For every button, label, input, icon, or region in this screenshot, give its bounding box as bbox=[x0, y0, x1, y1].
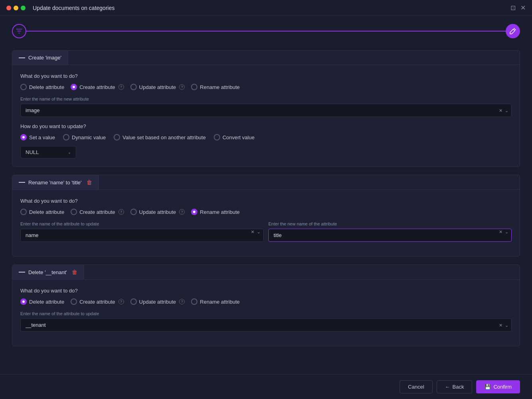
section-title: Delete '__tenant' bbox=[28, 269, 67, 275]
radio-label: Update attribute bbox=[139, 299, 176, 305]
cancel-label: Cancel bbox=[408, 384, 424, 390]
input-wrapper: ✕ ⌄ bbox=[20, 104, 512, 117]
attribute-name-input[interactable] bbox=[20, 104, 512, 117]
radio-label: Delete attribute bbox=[29, 84, 64, 90]
radio-rename-attribute[interactable]: Rename attribute bbox=[191, 209, 240, 215]
caret-icon[interactable]: ⌄ bbox=[505, 229, 508, 234]
help-icon[interactable]: ? bbox=[118, 299, 124, 304]
back-button[interactable]: ← Back bbox=[437, 380, 473, 393]
radio-rename-attribute[interactable]: Rename attribute bbox=[191, 84, 240, 90]
field-label-new: Enter the new name of the attribute bbox=[268, 221, 512, 226]
radio-label: Create attribute bbox=[79, 209, 115, 215]
attribute-old-name-input[interactable] bbox=[20, 229, 264, 242]
back-label: Back bbox=[453, 384, 464, 390]
radio-circle bbox=[71, 209, 77, 215]
collapse-bar bbox=[19, 182, 25, 183]
clear-icon[interactable]: ✕ bbox=[499, 108, 502, 113]
radio-update-attribute[interactable]: Update attribute ? bbox=[130, 298, 185, 305]
section-header-tab: Create 'image' bbox=[12, 51, 68, 65]
help-icon[interactable]: ? bbox=[118, 209, 124, 215]
cancel-button[interactable]: Cancel bbox=[400, 380, 432, 393]
dropdown-caret-icon: ⌄ bbox=[68, 150, 71, 154]
radio-create-attribute[interactable]: Create attribute ? bbox=[71, 209, 124, 215]
section-delete-tenant: Delete '__tenant' 🗑 What do you want to … bbox=[12, 265, 520, 346]
radio-circle bbox=[130, 298, 137, 305]
radio-label: Value set based on another attribute bbox=[122, 134, 206, 140]
radio-value-based[interactable]: Value set based on another attribute bbox=[114, 134, 206, 140]
update-radio-group: Set a value Dynamic value Value set base… bbox=[20, 134, 512, 140]
section-title: Rename 'name' to 'title' bbox=[28, 180, 82, 186]
radio-circle-active bbox=[20, 298, 27, 305]
radio-circle bbox=[63, 134, 69, 140]
radio-create-attribute[interactable]: Create attribute ? bbox=[71, 84, 124, 90]
step-1-filter[interactable] bbox=[12, 24, 26, 38]
radio-rename-attribute[interactable]: Rename attribute bbox=[191, 298, 240, 305]
radio-circle bbox=[214, 134, 220, 140]
radio-convert-value[interactable]: Convert value bbox=[214, 134, 254, 140]
title-bar-right: ⊡ ✕ bbox=[510, 4, 526, 12]
caret-icon[interactable]: ⌄ bbox=[505, 108, 508, 113]
progress-bar bbox=[0, 16, 532, 46]
radio-create-attribute[interactable]: Create attribute ? bbox=[71, 298, 124, 305]
radio-circle bbox=[71, 298, 77, 305]
field-label: Enter the name of the attribute to updat… bbox=[20, 221, 264, 226]
caret-icon[interactable]: ⌄ bbox=[505, 322, 508, 328]
help-icon[interactable]: ? bbox=[179, 209, 185, 215]
question-label: What do you want to do? bbox=[20, 198, 512, 204]
clear-icon[interactable]: ✕ bbox=[499, 229, 502, 234]
radio-delete-attribute[interactable]: Delete attribute bbox=[20, 209, 64, 215]
radio-label: Rename attribute bbox=[200, 299, 240, 305]
radio-delete-attribute[interactable]: Delete attribute bbox=[20, 298, 64, 305]
section-header-tab: Rename 'name' to 'title' 🗑 bbox=[12, 175, 99, 190]
delete-section-icon[interactable]: 🗑 bbox=[87, 179, 92, 186]
attribute-name-input[interactable] bbox=[20, 318, 512, 332]
radio-dynamic-value[interactable]: Dynamic value bbox=[63, 134, 106, 140]
clear-icon[interactable]: ✕ bbox=[499, 322, 502, 328]
radio-label: Create attribute bbox=[79, 299, 115, 305]
step-2-edit[interactable] bbox=[506, 24, 520, 38]
minimize-button[interactable] bbox=[14, 6, 18, 10]
section-create-image: Create 'image' What do you want to do? D… bbox=[12, 50, 520, 167]
radio-update-attribute[interactable]: Update attribute ? bbox=[130, 209, 185, 215]
action-radio-group: Delete attribute Create attribute ? Upda… bbox=[20, 298, 512, 305]
null-dropdown[interactable]: NULL ⌄ bbox=[20, 146, 76, 158]
radio-label: Update attribute bbox=[139, 84, 176, 90]
close-icon[interactable]: ✕ bbox=[520, 4, 526, 12]
section-header-extend bbox=[84, 265, 520, 279]
update-question: How do you want to update? bbox=[20, 123, 512, 129]
radio-circle-active bbox=[191, 209, 197, 215]
radio-circle bbox=[114, 134, 120, 140]
radio-delete-attribute[interactable]: Delete attribute bbox=[20, 84, 64, 90]
fullscreen-icon[interactable]: ⊡ bbox=[510, 4, 516, 12]
section-body: What do you want to do? Delete attribute… bbox=[12, 280, 520, 346]
close-button[interactable] bbox=[6, 6, 11, 10]
radio-update-attribute[interactable]: Update attribute ? bbox=[130, 84, 185, 90]
delete-section-icon[interactable]: 🗑 bbox=[72, 269, 77, 275]
radio-label: Rename attribute bbox=[200, 84, 240, 90]
section-rename-name: Rename 'name' to 'title' 🗑 What do you w… bbox=[12, 175, 520, 257]
radio-label: Delete attribute bbox=[29, 299, 64, 305]
section-title: Create 'image' bbox=[28, 55, 61, 61]
section-header-row: Create 'image' bbox=[12, 51, 520, 65]
maximize-button[interactable] bbox=[21, 6, 26, 10]
help-icon[interactable]: ? bbox=[118, 84, 124, 90]
back-arrow-icon: ← bbox=[445, 384, 450, 390]
help-icon[interactable]: ? bbox=[179, 84, 185, 90]
attribute-new-name-input[interactable] bbox=[268, 229, 512, 242]
footer: Cancel ← Back 💾 Confirm bbox=[0, 374, 532, 399]
confirm-button[interactable]: 💾 Confirm bbox=[476, 380, 520, 393]
caret-icon[interactable]: ⌄ bbox=[257, 229, 260, 234]
collapse-bar bbox=[19, 272, 25, 273]
section-header-row: Rename 'name' to 'title' 🗑 bbox=[12, 175, 520, 190]
input-row: ✕ ⌄ bbox=[20, 104, 512, 117]
radio-set-value[interactable]: Set a value bbox=[20, 134, 55, 140]
help-icon[interactable]: ? bbox=[179, 299, 185, 304]
clear-icon[interactable]: ✕ bbox=[251, 229, 254, 234]
input-wrapper-old: Enter the name of the attribute to updat… bbox=[20, 221, 264, 242]
radio-circle bbox=[20, 209, 27, 215]
radio-circle bbox=[191, 84, 197, 90]
save-icon: 💾 bbox=[485, 384, 491, 390]
section-header-row: Delete '__tenant' 🗑 bbox=[12, 265, 520, 280]
radio-circle bbox=[130, 84, 137, 90]
input-actions: ✕ ⌄ bbox=[499, 322, 508, 328]
